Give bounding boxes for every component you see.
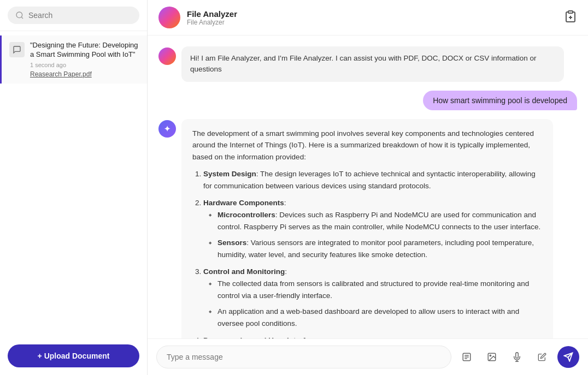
search-icon	[15, 11, 24, 20]
section-3-content-1: The collected data from sensors is calib…	[217, 279, 529, 300]
microphone-button[interactable]	[507, 347, 527, 367]
svg-rect-2	[568, 11, 573, 13]
chat-item[interactable]: "Designing the Future: Developing a Smar…	[0, 35, 147, 84]
section-2-colon: :	[284, 199, 286, 207]
chat-header: File Analyzer File Analyzer	[148, 0, 588, 35]
chat-item-file[interactable]: Reasearch Paper.pdf	[30, 70, 139, 78]
search-container	[0, 0, 147, 31]
microcontrollers-label: Microcontrollers	[217, 211, 275, 219]
welcome-bubble: Hi! I am File Analyzer, and I'm File Ana…	[181, 46, 564, 82]
input-area	[148, 338, 588, 375]
ai-avatar: ✦	[158, 120, 176, 138]
ai-bubble: The development of a smart swimming pool…	[181, 119, 553, 339]
search-input[interactable]	[28, 11, 132, 20]
section-3-item-2: An application and a web-based dashboard…	[209, 306, 542, 329]
ai-sections-list: System Design: The design leverages IoT …	[192, 168, 542, 338]
svg-point-0	[16, 12, 22, 18]
header-app-name: File Analyzer	[187, 9, 557, 19]
user-message: How smart swimming pool is developed	[158, 91, 577, 110]
header-avatar	[158, 7, 180, 28]
user-bubble: How smart swimming pool is developed	[423, 91, 577, 110]
message-input[interactable]	[156, 346, 451, 368]
section-2-item-2: Sensors: Various sensors are integrated …	[209, 237, 542, 260]
chat-item-time: 1 second ago	[30, 62, 139, 68]
sidebar: "Designing the Future: Developing a Smar…	[0, 0, 148, 375]
chat-item-content: "Designing the Future: Developing a Smar…	[30, 41, 139, 78]
image-button[interactable]	[482, 347, 502, 367]
bot-avatar	[158, 47, 176, 65]
send-button[interactable]	[557, 346, 579, 368]
section-3-content-2: An application and a web-based dashboard…	[217, 307, 519, 328]
header-subtitle: File Analyzer	[187, 19, 557, 26]
section-3-colon: :	[285, 267, 287, 276]
section-3-item-1: The collected data from sensors is calib…	[209, 278, 542, 301]
sensors-label: Sensors	[217, 239, 246, 247]
chat-list: "Designing the Future: Developing a Smar…	[0, 31, 147, 337]
section-2-subitems: Microcontrollers: Devices such as Raspbe…	[203, 209, 542, 260]
section-3-title: Control and Monitoring	[203, 267, 285, 276]
section-3-subitems: The collected data from sensors is calib…	[203, 278, 542, 329]
svg-point-10	[490, 355, 491, 356]
section-3: Control and Monitoring: The collected da…	[203, 266, 542, 329]
section-4: Programming and User Interface: The syst…	[203, 335, 542, 338]
chat-item-title: "Designing the Future: Developing a Smar…	[30, 41, 139, 59]
svg-line-1	[21, 17, 23, 19]
search-box[interactable]	[8, 7, 139, 24]
chat-item-icon	[9, 42, 25, 57]
section-2-item-1: Microcontrollers: Devices such as Raspbe…	[209, 209, 542, 233]
welcome-message: Hi! I am File Analyzer, and I'm File Ana…	[158, 46, 577, 82]
edit-button[interactable]	[532, 347, 552, 367]
upload-document-button[interactable]: + Upload Document	[8, 344, 139, 367]
section-2: Hardware Components: Microcontrollers: D…	[203, 197, 542, 260]
ai-intro-text: The development of a smart swimming pool…	[192, 128, 542, 163]
section-1: System Design: The design leverages IoT …	[203, 168, 542, 192]
text-format-button[interactable]	[457, 347, 477, 367]
header-action-button[interactable]	[564, 10, 577, 25]
messages-container: Hi! I am File Analyzer, and I'm File Ana…	[148, 35, 588, 338]
section-1-title: System Design	[203, 170, 256, 178]
sensors-content: : Various sensors are integrated to moni…	[217, 239, 534, 259]
main-chat: File Analyzer File Analyzer Hi! I am Fil…	[148, 0, 588, 375]
header-info: File Analyzer File Analyzer	[187, 9, 557, 26]
ai-response: ✦ The development of a smart swimming po…	[158, 119, 577, 339]
section-2-title: Hardware Components	[203, 199, 284, 207]
